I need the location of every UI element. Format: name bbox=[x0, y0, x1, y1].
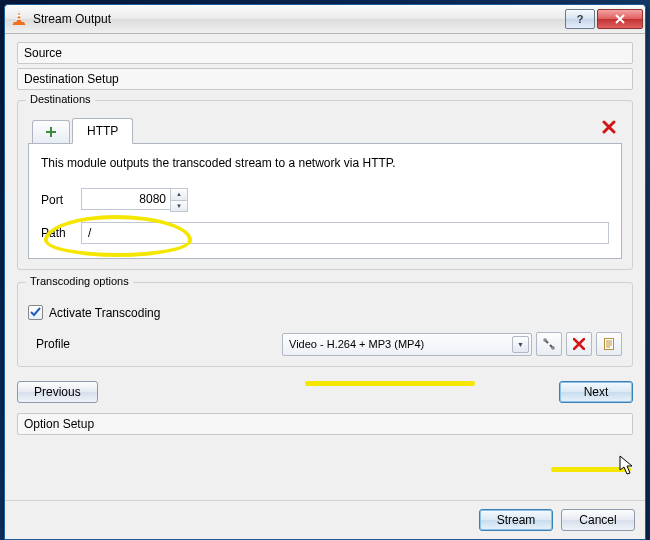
port-label: Port bbox=[41, 193, 81, 207]
section-option-setup-label: Option Setup bbox=[24, 417, 94, 431]
section-destination-setup[interactable]: Destination Setup bbox=[17, 68, 633, 90]
profile-label: Profile bbox=[36, 337, 96, 351]
close-icon bbox=[614, 14, 626, 24]
profile-value: Video - H.264 + MP3 (MP4) bbox=[289, 338, 424, 350]
stream-button[interactable]: Stream bbox=[479, 509, 553, 531]
tab-http-label: HTTP bbox=[87, 124, 118, 138]
svg-point-2 bbox=[543, 338, 547, 342]
edit-profile-button[interactable] bbox=[536, 332, 562, 356]
next-label: Next bbox=[584, 385, 609, 399]
help-button[interactable]: ? bbox=[565, 9, 595, 29]
next-button[interactable]: Next bbox=[559, 381, 633, 403]
chevron-down-icon: ▼ bbox=[512, 336, 529, 353]
destinations-legend: Destinations bbox=[26, 93, 95, 105]
vlc-cone-icon bbox=[11, 11, 27, 27]
activate-transcoding-checkbox[interactable]: Activate Transcoding bbox=[28, 305, 622, 320]
delete-profile-button[interactable] bbox=[566, 332, 592, 356]
add-destination-button[interactable] bbox=[32, 120, 70, 143]
path-label: Path bbox=[41, 226, 81, 240]
stream-label: Stream bbox=[497, 513, 536, 527]
chevron-up-icon[interactable]: ▲ bbox=[171, 189, 187, 201]
dialog-footer: Stream Cancel bbox=[5, 500, 645, 539]
svg-rect-0 bbox=[17, 15, 21, 16]
port-input[interactable] bbox=[81, 188, 170, 210]
cancel-button[interactable]: Cancel bbox=[561, 509, 635, 531]
svg-point-3 bbox=[551, 346, 555, 350]
chevron-down-icon[interactable]: ▼ bbox=[171, 201, 187, 212]
x-icon bbox=[573, 338, 585, 350]
plus-icon bbox=[45, 126, 57, 138]
close-button[interactable] bbox=[597, 9, 643, 29]
svg-rect-4 bbox=[605, 339, 614, 350]
port-spinner[interactable]: ▲ ▼ bbox=[170, 188, 188, 212]
window-title: Stream Output bbox=[33, 12, 563, 26]
tab-http[interactable]: HTTP bbox=[72, 118, 133, 144]
destinations-tabstrip: HTTP bbox=[28, 117, 622, 144]
previous-button[interactable]: Previous bbox=[17, 381, 98, 403]
transcoding-legend: Transcoding options bbox=[26, 275, 133, 287]
section-source[interactable]: Source bbox=[17, 42, 633, 64]
new-profile-button[interactable] bbox=[596, 332, 622, 356]
tools-icon bbox=[542, 337, 556, 351]
x-icon bbox=[602, 120, 616, 134]
activate-transcoding-label: Activate Transcoding bbox=[49, 306, 160, 320]
previous-label: Previous bbox=[34, 385, 81, 399]
titlebar[interactable]: Stream Output ? bbox=[5, 5, 645, 34]
section-option-setup[interactable]: Option Setup bbox=[17, 413, 633, 435]
help-glyph: ? bbox=[577, 13, 584, 25]
http-tab-pane: This module outputs the transcoded strea… bbox=[28, 144, 622, 259]
section-source-label: Source bbox=[24, 46, 62, 60]
profile-select[interactable]: Video - H.264 + MP3 (MP4) ▼ bbox=[282, 333, 532, 356]
checkbox-icon bbox=[28, 305, 43, 320]
transcoding-group: Transcoding options Activate Transcoding… bbox=[17, 282, 633, 367]
destinations-group: Destinations HTTP This module outpu bbox=[17, 100, 633, 270]
section-destination-setup-label: Destination Setup bbox=[24, 72, 119, 86]
http-description: This module outputs the transcoded strea… bbox=[41, 156, 609, 170]
path-input[interactable] bbox=[81, 222, 609, 244]
svg-rect-1 bbox=[16, 18, 22, 19]
remove-destination-button[interactable] bbox=[602, 120, 616, 137]
stream-output-dialog: Stream Output ? Source Destination Setup… bbox=[4, 4, 646, 540]
cancel-label: Cancel bbox=[579, 513, 616, 527]
page-icon bbox=[602, 337, 616, 351]
